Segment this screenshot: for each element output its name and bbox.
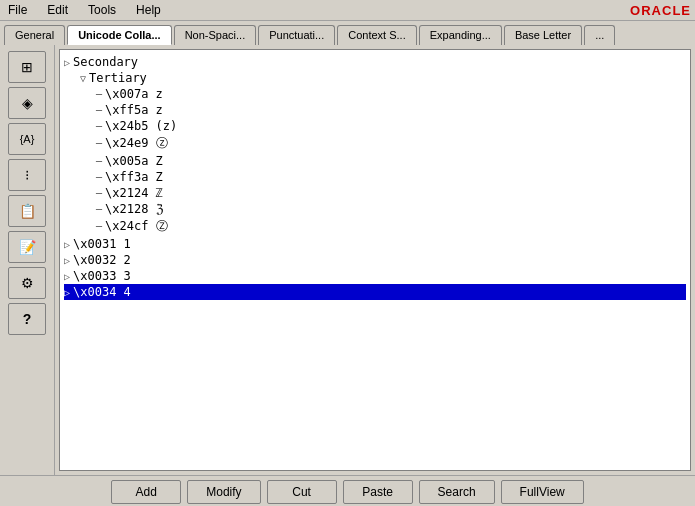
menu-file[interactable]: File — [4, 2, 31, 18]
tree-node-xff5a[interactable]: ─ \xff5a z — [64, 102, 686, 118]
toolbar-btn-2[interactable]: ◈ — [8, 87, 46, 119]
main-area: ⊞ ◈ {A} ⁝ 📋 📝 ⚙ ? ▷ Secondary — [0, 45, 695, 475]
oracle-logo: ORACLE — [630, 3, 691, 18]
leaf-icon-x2128: ─ — [96, 204, 102, 215]
leaf-icon-x24b5: ─ — [96, 121, 102, 132]
tab-context[interactable]: Context S... — [337, 25, 416, 45]
toolbar-btn-7[interactable]: ⚙ — [8, 267, 46, 299]
tree-node-x24e9[interactable]: ─ \x24e9 ⓩ — [64, 134, 686, 153]
toolbar-icon-7: ⚙ — [21, 275, 34, 291]
leaf-icon-x24e9: ─ — [96, 138, 102, 149]
tree-node-x0031[interactable]: ▷ \x0031 1 — [64, 236, 686, 252]
tree-label-xff3a: \xff3a Z — [105, 170, 163, 184]
tree-node-x2124[interactable]: ─ \x2124 ℤ — [64, 185, 686, 201]
tabbar: General Unicode Colla... Non-Spaci... Pu… — [0, 21, 695, 45]
toolbar-btn-4[interactable]: ⁝ — [8, 159, 46, 191]
tree-node-x24b5[interactable]: ─ \x24b5 (z) — [64, 118, 686, 134]
expand-icon-x0033: ▷ — [64, 271, 70, 282]
leaf-icon-x24cf: ─ — [96, 221, 102, 232]
expand-icon-x0031: ▷ — [64, 239, 70, 250]
expand-icon-secondary: ▷ — [64, 57, 70, 68]
tree-node-tertiary[interactable]: ▽ Tertiary — [64, 70, 686, 86]
tree-label-x0033: \x0033 3 — [73, 269, 131, 283]
tree-node-x007a[interactable]: ─ \x007a z — [64, 86, 686, 102]
toolbar-btn-6[interactable]: 📝 — [8, 231, 46, 263]
toolbar-icon-1: ⊞ — [21, 59, 33, 75]
tree-node-x0032[interactable]: ▷ \x0032 2 — [64, 252, 686, 268]
tree-label-x0031: \x0031 1 — [73, 237, 131, 251]
tab-general[interactable]: General — [4, 25, 65, 45]
tree-node-x24cf[interactable]: ─ \x24cf Ⓩ — [64, 217, 686, 236]
toolbar-icon-4: ⁝ — [25, 167, 29, 183]
toolbar-icon-3: {A} — [20, 133, 35, 145]
add-button[interactable]: Add — [111, 480, 181, 504]
toolbar-btn-1[interactable]: ⊞ — [8, 51, 46, 83]
left-toolbar: ⊞ ◈ {A} ⁝ 📋 📝 ⚙ ? — [0, 45, 55, 475]
tree-label-x007a: \x007a z — [105, 87, 163, 101]
toolbar-btn-3[interactable]: {A} — [8, 123, 46, 155]
leaf-icon-x007a: ─ — [96, 89, 102, 100]
menu-tools[interactable]: Tools — [84, 2, 120, 18]
tree-label-tertiary: Tertiary — [89, 71, 147, 85]
toolbar-icon-6: 📝 — [19, 239, 36, 255]
tree-node-x2128[interactable]: ─ \x2128 ℨ — [64, 201, 686, 217]
tab-punctuation[interactable]: Punctuati... — [258, 25, 335, 45]
tree-label-x24e9: \x24e9 ⓩ — [105, 135, 168, 152]
toolbar-icon-5: 📋 — [19, 203, 36, 219]
tree-label-x24b5: \x24b5 (z) — [105, 119, 177, 133]
menu-items: File Edit Tools Help — [4, 2, 165, 18]
tree-node-x0034[interactable]: ▷ \x0034 4 — [64, 284, 686, 300]
tree-node-xff3a[interactable]: ─ \xff3a Z — [64, 169, 686, 185]
fullview-button[interactable]: FullView — [501, 480, 584, 504]
tab-expanding[interactable]: Expanding... — [419, 25, 502, 45]
help-icon: ? — [23, 311, 32, 327]
tree-label-x24cf: \x24cf Ⓩ — [105, 218, 168, 235]
tab-non-spacing[interactable]: Non-Spaci... — [174, 25, 257, 45]
modify-button[interactable]: Modify — [187, 480, 260, 504]
tree-label-x2128: \x2128 ℨ — [105, 202, 163, 216]
tab-base-letter[interactable]: Base Letter — [504, 25, 582, 45]
leaf-icon-x005a: ─ — [96, 156, 102, 167]
tab-unicode-collation[interactable]: Unicode Colla... — [67, 25, 172, 45]
cut-button[interactable]: Cut — [267, 480, 337, 504]
menubar: File Edit Tools Help ORACLE — [0, 0, 695, 21]
menu-help[interactable]: Help — [132, 2, 165, 18]
toolbar-icon-2: ◈ — [22, 95, 33, 111]
tree-label-x0034: \x0034 4 — [73, 285, 131, 299]
expand-icon-x0034: ▷ — [64, 287, 70, 298]
expand-icon-tertiary: ▽ — [80, 73, 86, 84]
tree-label-x2124: \x2124 ℤ — [105, 186, 163, 200]
bottom-bar: Add Modify Cut Paste Search FullView — [0, 475, 695, 506]
paste-button[interactable]: Paste — [343, 480, 413, 504]
tree-label-xff5a: \xff5a z — [105, 103, 163, 117]
tab-more[interactable]: ... — [584, 25, 615, 45]
menu-edit[interactable]: Edit — [43, 2, 72, 18]
tree-label-x005a: \x005a Z — [105, 154, 163, 168]
toolbar-btn-help[interactable]: ? — [8, 303, 46, 335]
search-button[interactable]: Search — [419, 480, 495, 504]
tree-label-x0032: \x0032 2 — [73, 253, 131, 267]
tree-node-x005a[interactable]: ─ \x005a Z — [64, 153, 686, 169]
tree-node-secondary[interactable]: ▷ Secondary — [64, 54, 686, 70]
tree-view[interactable]: ▷ Secondary ▽ Tertiary ─ \x007a z ─ \xff… — [59, 49, 691, 471]
tree-node-x0033[interactable]: ▷ \x0033 3 — [64, 268, 686, 284]
leaf-icon-xff5a: ─ — [96, 105, 102, 116]
expand-icon-x0032: ▷ — [64, 255, 70, 266]
tree-label-secondary: Secondary — [73, 55, 138, 69]
leaf-icon-xff3a: ─ — [96, 172, 102, 183]
leaf-icon-x2124: ─ — [96, 188, 102, 199]
toolbar-btn-5[interactable]: 📋 — [8, 195, 46, 227]
